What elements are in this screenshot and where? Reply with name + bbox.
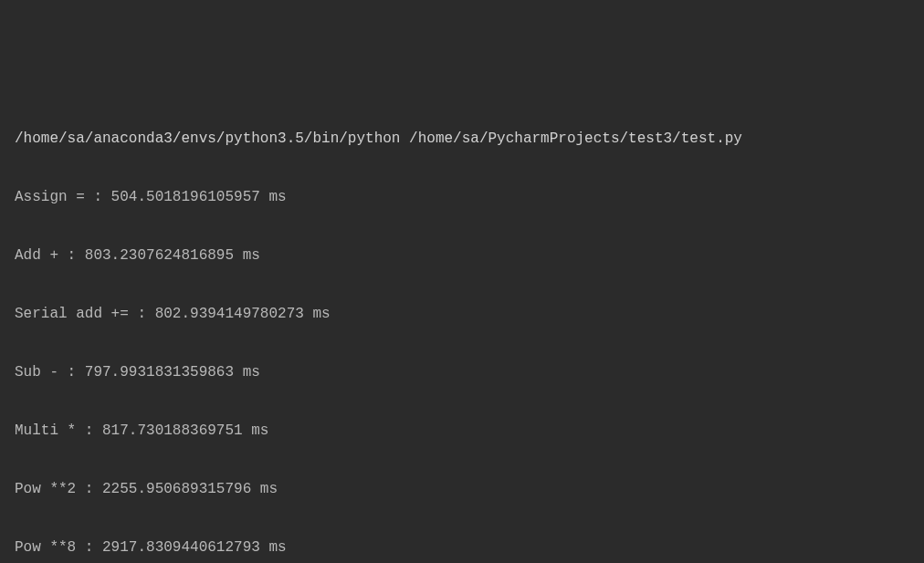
output-line: Serial add += : 802.9394149780273 ms <box>15 299 909 328</box>
output-line: Add + : 803.2307624816895 ms <box>15 241 909 270</box>
output-line: Multi * : 817.730188369751 ms <box>15 416 909 445</box>
output-line: Assign = : 504.5018196105957 ms <box>15 182 909 212</box>
output-line: Sub - : 797.9931831359863 ms <box>15 358 909 387</box>
output-line: Pow **8 : 2917.8309440612793 ms <box>15 533 909 562</box>
output-line: Pow **2 : 2255.950689315796 ms <box>15 474 909 504</box>
command-line: /home/sa/anaconda3/envs/python3.5/bin/py… <box>15 124 909 153</box>
